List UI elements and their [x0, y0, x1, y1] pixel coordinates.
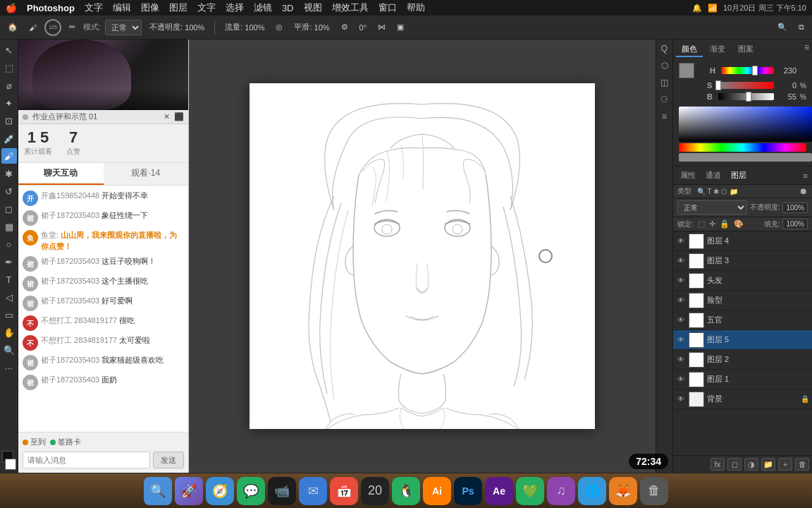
stream-close[interactable]: ✕: [164, 112, 170, 121]
drawing-canvas[interactable]: [250, 83, 595, 429]
tab-pattern[interactable]: 图案: [732, 42, 759, 57]
dock-safari2[interactable]: 🦊: [609, 477, 637, 505]
send-button[interactable]: 发送: [153, 452, 184, 468]
crop-tool[interactable]: ⊡: [1, 113, 17, 128]
layer-visibility-toggle[interactable]: 👁: [676, 315, 686, 325]
dodge-tool[interactable]: ○: [1, 236, 17, 252]
tab-layers[interactable]: 图层: [728, 169, 749, 182]
smooth-button[interactable]: 平滑: 10%: [290, 18, 333, 37]
hue-thumb[interactable]: [752, 66, 758, 75]
re-icon-1[interactable]: Q: [658, 42, 671, 55]
menu-lüjing[interactable]: 滤镜: [254, 1, 272, 14]
dock-photo-20[interactable]: 20: [361, 477, 389, 505]
re-icon-5[interactable]: ≡: [658, 110, 671, 123]
lasso-tool[interactable]: ⌀: [1, 78, 17, 93]
layer-visibility-toggle[interactable]: 👁: [676, 375, 686, 385]
opacity-button[interactable]: 不透明度: 100%: [146, 18, 208, 37]
layer-visibility-toggle[interactable]: 👁: [676, 394, 686, 404]
notification-icon[interactable]: 🔔: [692, 4, 702, 13]
dock-ae[interactable]: Ae: [485, 477, 513, 505]
color-swatch[interactable]: [679, 63, 694, 78]
brush-tool-left[interactable]: 🖌: [1, 148, 17, 164]
color-bar[interactable]: [679, 143, 806, 152]
adjustment-button[interactable]: ◑: [744, 458, 758, 471]
layer-item[interactable]: 👁图层 3: [673, 251, 812, 271]
dock-trash[interactable]: 🗑: [640, 477, 668, 505]
menu-window[interactable]: 窗口: [379, 1, 397, 14]
home-button[interactable]: 🏠: [4, 18, 21, 37]
background-color[interactable]: [5, 459, 16, 470]
stream-minimize[interactable]: ⬛: [174, 112, 184, 121]
toggle-brush[interactable]: ✏: [66, 18, 79, 37]
dock-chrome[interactable]: 🌐: [578, 477, 606, 505]
menu-3d[interactable]: 3D: [282, 3, 294, 13]
more-tools[interactable]: ···: [1, 360, 17, 375]
group-button[interactable]: 📁: [761, 458, 775, 471]
dock-music[interactable]: ♫: [547, 477, 575, 505]
tab-watch[interactable]: 观看·14: [104, 163, 189, 185]
gradient-tool[interactable]: ▦: [1, 219, 17, 234]
fx-button[interactable]: fx: [710, 458, 725, 471]
menu-tools[interactable]: 增效工具: [332, 1, 369, 14]
layer-visibility-toggle[interactable]: 👁: [676, 236, 686, 246]
clone-tool[interactable]: ✱: [1, 166, 17, 181]
history-tool[interactable]: ↺: [1, 183, 17, 199]
new-layer-button[interactable]: +: [778, 458, 792, 471]
layer-visibility-toggle[interactable]: 👁: [676, 355, 686, 365]
blend-mode-select[interactable]: 正常: [677, 200, 747, 214]
filter-toggle[interactable]: ⏺: [799, 186, 808, 196]
tab-channels[interactable]: 通道: [703, 169, 724, 182]
dock-ps[interactable]: Ps: [454, 477, 482, 505]
layers-menu[interactable]: ≡: [804, 171, 808, 180]
apple-icon[interactable]: 🍎: [6, 3, 17, 13]
search-top[interactable]: 🔍: [774, 18, 791, 37]
mask-button[interactable]: ▣: [393, 18, 407, 37]
layer-visibility-toggle[interactable]: 👁: [676, 296, 686, 306]
dock-facetime[interactable]: 📹: [268, 477, 296, 505]
lock-all[interactable]: 🔒: [720, 219, 730, 229]
menu-wenzi2[interactable]: 文字: [197, 1, 216, 14]
re-icon-2[interactable]: ⬡: [658, 59, 671, 72]
color-spectrum[interactable]: [679, 107, 812, 142]
angle-button[interactable]: 0°: [356, 18, 371, 37]
menu-wenzi[interactable]: 文字: [85, 1, 103, 14]
sat-thumb[interactable]: [715, 80, 721, 90]
layer-item[interactable]: 👁五官: [673, 310, 812, 330]
arrange-button[interactable]: ⧉: [795, 18, 808, 37]
dock-finder[interactable]: 🔍: [144, 477, 172, 505]
hand-tool[interactable]: ✋: [1, 325, 17, 340]
dock-launchpad[interactable]: 🚀: [175, 477, 203, 505]
menu-shitu[interactable]: 视图: [304, 1, 322, 14]
symmetry-button[interactable]: ⋈: [374, 18, 389, 37]
bright-thumb[interactable]: [746, 92, 751, 102]
lock-pos[interactable]: ✛: [709, 219, 715, 229]
dock-calendar[interactable]: 📅: [330, 477, 358, 505]
layer-visibility-toggle[interactable]: 👁: [676, 256, 686, 266]
re-icon-4[interactable]: ⚆: [658, 93, 671, 106]
dock-wechat2[interactable]: 🐧: [392, 477, 420, 505]
zoom-tool[interactable]: 🔍: [1, 342, 17, 358]
re-icon-3[interactable]: ◫: [658, 76, 671, 89]
tab-properties[interactable]: 属性: [677, 169, 699, 182]
tab-color[interactable]: 颜色: [676, 42, 703, 57]
menu-bianji[interactable]: 编辑: [113, 1, 131, 14]
dock-mail[interactable]: ✉: [299, 477, 327, 505]
mask-button-la[interactable]: ◻: [727, 458, 742, 471]
eyedropper-tool[interactable]: 💉: [1, 131, 17, 146]
brush-tool[interactable]: 🖌: [25, 18, 40, 37]
layer-item[interactable]: 👁脸型: [673, 291, 812, 310]
layer-visibility-toggle[interactable]: 👁: [676, 335, 686, 345]
hue-track[interactable]: [721, 67, 774, 74]
message-input[interactable]: [23, 452, 150, 468]
layer-item[interactable]: 👁图层 2: [673, 350, 812, 370]
lock-pixel[interactable]: ⬚: [698, 219, 705, 229]
menu-xuanze[interactable]: 选择: [226, 1, 244, 14]
color-menu[interactable]: ≡: [804, 42, 809, 57]
lock-art[interactable]: 🎨: [734, 219, 744, 229]
pen-tool[interactable]: ✒: [1, 254, 17, 270]
tab-chat[interactable]: 聊天互动: [18, 163, 104, 185]
menu-tuxiang[interactable]: 图像: [141, 1, 159, 14]
flow-button[interactable]: 流量: 100%: [221, 18, 268, 37]
layer-item[interactable]: 👁头发: [673, 271, 812, 291]
layer-item[interactable]: 👁图层 1: [673, 370, 812, 389]
